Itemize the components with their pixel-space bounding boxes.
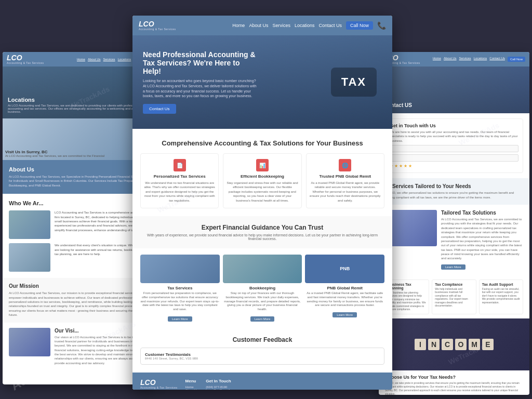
contact-form-field-1[interactable] [390,145,518,152]
call-now-button[interactable]: Call Now [346,21,373,30]
service-card-2: 📊 Efficient Bookkeeping Stay organized a… [223,153,301,208]
img-card-desc-3: As a trusted PNB Global Remit agent, we … [305,291,384,308]
letter-c: C [442,339,453,350]
img-card-title-1: Tax Services [140,286,220,290]
feedback-title: Customer Feedback [140,336,384,343]
tailored-row: Tailored Tax Solutions At LCO Accounting… [385,210,523,270]
img-card-desc-1: From personalized tax preparation to com… [140,291,220,312]
income-letters: I N C O M E [415,339,494,350]
footer-contact: Get In Touch (604) 977-8190 lcoact2as@gm… [206,379,236,390]
letter-i: I [415,339,426,350]
hero-description: Looking for an accountant who goes beyon… [143,78,257,99]
choose-section: Choose Us for Your Tax Needs? At LCO, we… [379,370,529,395]
testimonials-address: 8440 140 Street, Surrey, BC, V3S 9B8 [145,357,380,360]
learn-more-btn-3[interactable]: Learn More [332,312,357,317]
img-card-title-2: Bookkeeping [223,286,302,290]
footer-logo-sub: Accounting & Tax Services [140,386,178,389]
sub-card-audit: Tax Audit Support Facing an audit can be… [479,280,523,314]
img-card-desc-2: Stay on top of your finances with our th… [223,291,302,312]
main-navbar: LCO Accounting & Tax Services Home About… [132,16,392,35]
contact-form-field-2[interactable] [390,154,518,162]
hero-cta-button[interactable]: Contact Us [143,104,176,114]
biz-planning-title: Business Tax Planning [388,283,426,290]
right-nav-services[interactable]: Services [459,57,471,62]
tailored-text: At LCO Accounting and Tax Services, we a… [441,217,523,261]
left-nav-about[interactable]: About Us [88,58,101,61]
left-navbar: LCO Accounting & Tax Services Home About… [3,52,153,66]
left-nav-home[interactable]: Home [77,58,85,61]
right-navbar: LCO Accounting & Tax Services Home About… [379,52,529,66]
who-title: Who We Ar... [9,200,147,206]
star-4: ★ [404,164,407,168]
bookkeeping-image [223,255,302,283]
who-image-1 [9,210,50,239]
footer-contact-title: Get In Touch [206,379,236,383]
left-nav-locations[interactable]: Locations [118,58,131,61]
nav-contact[interactable]: Contact Us [318,23,342,28]
tax-icon-1: 📄 [174,159,186,171]
right-contact-title: Contact US [384,102,524,108]
service-desc-3: As a trusted PNB Global Remit agent, we … [310,181,381,203]
mission-section: Our Mission At LCO Accounting and Tax Se… [3,278,153,322]
left-logo-sub: Accounting & Tax Services [7,61,44,64]
who-section: Who We Ar... LCO Accounting and Tax Serv… [3,194,153,278]
right-window: LCO Accounting & Tax Services Home About… [379,52,529,395]
pnb-image: PNB [305,255,384,283]
right-nav-contact[interactable]: Contact Us [489,57,505,62]
tax-icon-2: 📊 [256,159,269,171]
service-desc-2: Stay organized and stress-free with our … [227,181,298,203]
service-desc-1: We understand that no two financial situ… [144,181,215,203]
nav-services[interactable]: Services [272,23,290,28]
letter-e: E [482,339,494,350]
expert-title: Expert Financial Guidance You Can Trust [140,224,384,231]
image-card-3: PNB PNB Global Remit As a trusted PNB Gl… [305,255,384,322]
mission-title: Our Mission [9,283,147,289]
nav-home[interactable]: Home [232,23,245,28]
left-window: LCO Accounting & Tax Services Home About… [3,52,153,384]
income-tax-image: I N C O M E [379,318,529,370]
right-nav-about[interactable]: About Us [444,57,457,62]
footer-email: lcoact2as@gmail.com [206,389,236,390]
footer-logo: LCO Accounting & Tax Services [140,379,178,389]
right-hero: Contact US [379,66,529,113]
letter-o: O [455,339,467,350]
right-call-button[interactable]: Call Now [508,57,525,62]
left-logo: LCO Accounting & Tax Services [7,54,44,64]
right-nav-locations[interactable]: Locations [474,57,487,62]
tailored-text-block: Tailored Tax Solutions At LCO Accounting… [441,210,523,270]
left-logo-title: LCO [7,54,22,61]
biz-planning-text: Our business tax planning services are d… [388,291,426,311]
tax-services-image [140,255,220,283]
learn-more-btn-1[interactable]: Learn More [168,316,192,322]
locations-title: Locations [8,97,148,103]
tax-services-section: ax Services Tailored to Your Needs At LC… [379,178,529,205]
tax-services-title: ax Services Tailored to Your Needs [385,183,523,189]
who-row-2: We understand that every client's situat… [9,243,147,272]
nav-locations[interactable]: Locations [295,23,315,28]
vision-section: Our Visi... Our vision at LCO Accounting… [3,323,153,371]
star-5: ★ [408,164,412,168]
tailored-learn-more[interactable]: Learn More [441,264,466,270]
city-address: At LCO Accounting and Tax Services, we a… [5,154,104,157]
service-title-2: Efficient Bookkeeping [227,174,298,179]
nav-about[interactable]: About Us [249,23,268,28]
hero-tax-badge: TAX [331,68,377,97]
who-image-2 [9,243,50,272]
left-nav-services[interactable]: Services [103,58,115,61]
right-navbar-links: Home About Us Services Locations Contact… [433,57,525,62]
main-logo: LCO Accounting & Tax Services [139,20,176,31]
right-nav-home[interactable]: Home [433,57,441,62]
service-card-3: 🌐 Trusted PNB Global Remit As a trusted … [306,153,384,208]
hero-headline: Need Professional Accounting & Tax Servi… [143,50,257,75]
learn-more-btn-2[interactable]: Learn More [250,316,275,322]
tailored-section: Tailored Tax Solutions At LCO Accounting… [379,205,529,275]
star-2: ★ [394,164,398,168]
service-title-3: Trusted PNB Global Remit [310,174,381,179]
footer-menu-title: Menu [185,379,198,383]
get-in-touch-title: Get in Touch with Us [390,123,518,128]
service-card-1: 📄 Personalized Tax Services We understan… [140,153,219,208]
choose-text: At LCO, we take pride in providing servi… [385,381,523,395]
footer-menu: Menu Home About Us [185,379,198,390]
mission-text: At LCO Accounting and Tax Services, our … [9,291,147,317]
about-desc: At LCO Accounting and Tax Services, we S… [9,175,147,188]
